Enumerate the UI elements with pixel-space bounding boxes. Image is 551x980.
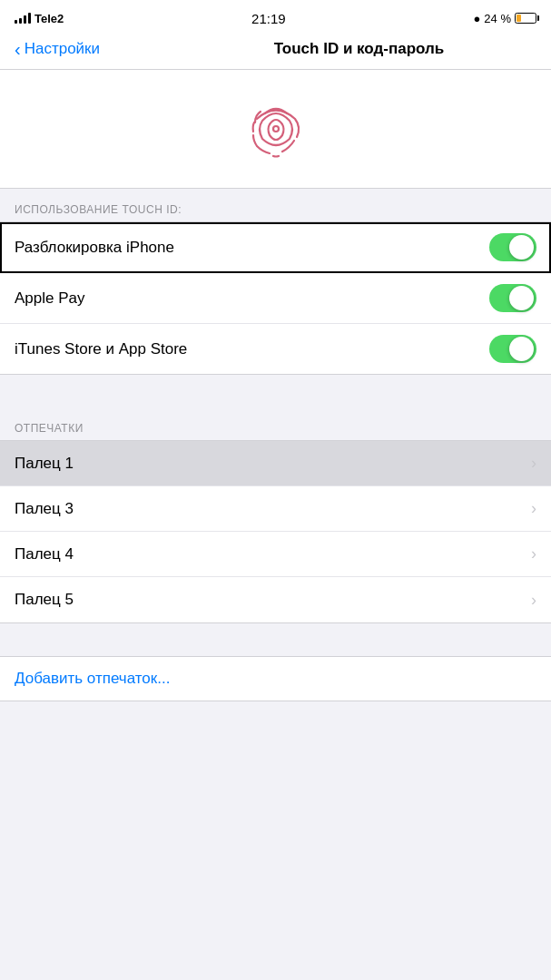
finger-3-label: Палец 3 [15,500,74,518]
time-label: 21:19 [251,11,286,26]
signal-bars [15,13,31,24]
touch-id-section-label: ИСПОЛЬЗОВАНИЕ TOUCH ID: [0,189,551,221]
battery-percent: 24 % [484,12,511,25]
content: ИСПОЛЬЗОВАНИЕ TOUCH ID: Разблокировка iP… [0,70,551,701]
lock-icon: ● [473,12,480,25]
fingerprints-group: Палец 1 › Палец 3 › Палец 4 › Палец 5 › [0,440,551,623]
chevron-right-icon: › [531,544,536,564]
finger-1-label: Палец 1 [15,455,74,473]
section-spacer [0,375,551,407]
finger-1-row[interactable]: Палец 1 › [0,441,551,486]
finger-5-label: Палец 5 [15,591,74,609]
iphone-unlock-row[interactable]: Разблокировка iPhone [0,222,551,273]
finger-4-label: Палец 4 [15,545,74,564]
finger-3-row[interactable]: Палец 3 › [0,486,551,532]
itunes-appstore-label: iTunes Store и App Store [15,340,187,358]
battery-area: ● 24 % [473,12,536,25]
add-fingerprint-label[interactable]: Добавить отпечаток... [15,670,170,688]
touch-id-group: Разблокировка iPhone Apple Pay iTunes St… [0,221,551,375]
back-label: Настройки [25,40,100,58]
finger-5-row[interactable]: Палец 5 › [0,577,551,622]
iphone-unlock-toggle[interactable] [489,233,536,261]
itunes-appstore-row[interactable]: iTunes Store и App Store [0,324,551,374]
status-bar: Tele2 21:19 ● 24 % [0,0,551,33]
add-fingerprint-row[interactable]: Добавить отпечаток... [0,656,551,701]
apple-pay-label: Apple Pay [15,289,85,308]
apple-pay-row[interactable]: Apple Pay [0,273,551,324]
svg-point-0 [273,126,279,132]
chevron-right-icon: › [531,499,536,518]
back-chevron-icon: ‹ [15,40,21,58]
nav-bar: ‹ Настройки Touch ID и код-пароль [0,33,551,70]
fingerprint-section [0,70,551,189]
battery-icon [515,13,536,24]
page-title: Touch ID и код-пароль [100,40,551,58]
iphone-unlock-label: Разблокировка iPhone [15,239,174,257]
fingerprints-section-label: ОТПЕЧАТКИ [0,407,551,440]
itunes-appstore-toggle[interactable] [489,335,536,363]
fingerprint-icon [244,97,308,161]
apple-pay-toggle[interactable] [489,284,536,312]
finger-4-row[interactable]: Палец 4 › [0,532,551,577]
carrier-label: Tele2 [34,12,64,25]
chevron-right-icon: › [531,454,536,473]
chevron-right-icon: › [531,591,536,610]
back-button[interactable]: ‹ Настройки [15,40,100,58]
carrier-signal: Tele2 [15,12,64,25]
